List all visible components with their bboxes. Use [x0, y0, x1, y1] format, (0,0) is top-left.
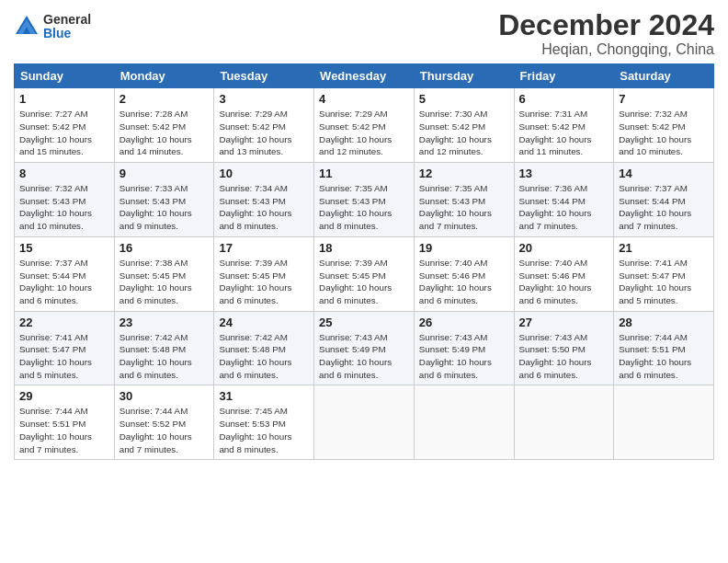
day-info: Sunrise: 7:34 AMSunset: 5:43 PMDaylight:… — [219, 182, 309, 233]
day-number: 9 — [119, 167, 210, 180]
logo-icon — [14, 14, 40, 40]
day-number: 4 — [319, 92, 409, 106]
table-row — [614, 385, 714, 460]
day-info: Sunrise: 7:27 AMSunset: 5:42 PMDaylight:… — [19, 108, 109, 158]
day-number: 20 — [519, 241, 609, 255]
day-info: Sunrise: 7:38 AMSunset: 5:45 PMDaylight:… — [119, 257, 210, 307]
day-number: 27 — [519, 316, 609, 329]
day-info: Sunrise: 7:30 AMSunset: 5:42 PMDaylight:… — [419, 108, 509, 158]
day-number: 17 — [219, 241, 309, 255]
day-info: Sunrise: 7:29 AMSunset: 5:42 PMDaylight:… — [319, 108, 409, 158]
table-row: 16Sunrise: 7:38 AMSunset: 5:45 PMDayligh… — [114, 236, 214, 311]
table-row: 8Sunrise: 7:32 AMSunset: 5:43 PMDaylight… — [15, 163, 115, 237]
table-row: 20Sunrise: 7:40 AMSunset: 5:46 PMDayligh… — [514, 236, 614, 311]
title-block: December 2024 Heqian, Chongqing, China — [498, 9, 714, 58]
logo: General Blue — [14, 13, 91, 41]
day-info: Sunrise: 7:45 AMSunset: 5:53 PMDaylight:… — [219, 405, 309, 455]
day-info: Sunrise: 7:35 AMSunset: 5:43 PMDaylight:… — [319, 182, 409, 233]
header-monday: Monday — [114, 64, 214, 88]
table-row: 2Sunrise: 7:28 AMSunset: 5:42 PMDaylight… — [114, 88, 214, 163]
day-number: 3 — [219, 92, 309, 106]
table-row: 25Sunrise: 7:43 AMSunset: 5:49 PMDayligh… — [314, 311, 415, 385]
day-number: 24 — [219, 316, 309, 329]
month-title: December 2024 — [498, 9, 714, 41]
day-number: 7 — [619, 92, 709, 106]
table-row: 27Sunrise: 7:43 AMSunset: 5:50 PMDayligh… — [514, 311, 614, 385]
day-info: Sunrise: 7:43 AMSunset: 5:50 PMDaylight:… — [519, 331, 609, 382]
day-info: Sunrise: 7:41 AMSunset: 5:47 PMDaylight:… — [19, 331, 109, 382]
header-friday: Friday — [514, 64, 614, 88]
day-info: Sunrise: 7:42 AMSunset: 5:48 PMDaylight:… — [119, 331, 210, 382]
day-info: Sunrise: 7:40 AMSunset: 5:46 PMDaylight:… — [519, 257, 609, 307]
day-number: 16 — [119, 241, 210, 255]
day-info: Sunrise: 7:42 AMSunset: 5:48 PMDaylight:… — [219, 331, 309, 382]
day-number: 14 — [619, 167, 709, 180]
table-row: 30Sunrise: 7:44 AMSunset: 5:52 PMDayligh… — [114, 385, 214, 460]
header-saturday: Saturday — [614, 64, 714, 88]
table-row: 3Sunrise: 7:29 AMSunset: 5:42 PMDaylight… — [214, 88, 314, 163]
table-row — [314, 385, 415, 460]
day-info: Sunrise: 7:35 AMSunset: 5:43 PMDaylight:… — [419, 182, 509, 233]
day-number: 28 — [619, 316, 709, 329]
day-number: 2 — [119, 92, 210, 106]
table-row: 28Sunrise: 7:44 AMSunset: 5:51 PMDayligh… — [614, 311, 714, 385]
day-info: Sunrise: 7:28 AMSunset: 5:42 PMDaylight:… — [119, 108, 210, 158]
day-number: 25 — [319, 316, 409, 329]
day-number: 29 — [19, 389, 109, 403]
day-info: Sunrise: 7:39 AMSunset: 5:45 PMDaylight:… — [219, 257, 309, 307]
table-row: 17Sunrise: 7:39 AMSunset: 5:45 PMDayligh… — [214, 236, 314, 311]
header: General Blue December 2024 Heqian, Chong… — [14, 9, 714, 58]
logo-general-text: General — [43, 13, 91, 27]
table-row: 1Sunrise: 7:27 AMSunset: 5:42 PMDaylight… — [15, 88, 115, 163]
table-row — [414, 385, 514, 460]
table-row: 11Sunrise: 7:35 AMSunset: 5:43 PMDayligh… — [314, 163, 415, 237]
day-info: Sunrise: 7:43 AMSunset: 5:49 PMDaylight:… — [319, 331, 409, 382]
day-number: 30 — [119, 389, 210, 403]
calendar-header-row: Sunday Monday Tuesday Wednesday Thursday… — [15, 64, 714, 88]
table-row: 19Sunrise: 7:40 AMSunset: 5:46 PMDayligh… — [414, 236, 514, 311]
table-row: 4Sunrise: 7:29 AMSunset: 5:42 PMDaylight… — [314, 88, 415, 163]
table-row: 13Sunrise: 7:36 AMSunset: 5:44 PMDayligh… — [514, 163, 614, 237]
calendar-table: Sunday Monday Tuesday Wednesday Thursday… — [14, 63, 714, 460]
day-info: Sunrise: 7:44 AMSunset: 5:52 PMDaylight:… — [119, 405, 210, 455]
day-info: Sunrise: 7:33 AMSunset: 5:43 PMDaylight:… — [119, 182, 210, 233]
day-info: Sunrise: 7:40 AMSunset: 5:46 PMDaylight:… — [419, 257, 509, 307]
day-info: Sunrise: 7:32 AMSunset: 5:42 PMDaylight:… — [619, 108, 709, 158]
day-number: 10 — [219, 167, 309, 180]
day-number: 31 — [219, 389, 309, 403]
table-row: 6Sunrise: 7:31 AMSunset: 5:42 PMDaylight… — [514, 88, 614, 163]
day-number: 1 — [19, 92, 109, 106]
day-info: Sunrise: 7:31 AMSunset: 5:42 PMDaylight:… — [519, 108, 609, 158]
day-number: 13 — [519, 167, 609, 180]
day-info: Sunrise: 7:43 AMSunset: 5:49 PMDaylight:… — [419, 331, 509, 382]
table-row: 18Sunrise: 7:39 AMSunset: 5:45 PMDayligh… — [314, 236, 415, 311]
table-row: 5Sunrise: 7:30 AMSunset: 5:42 PMDaylight… — [414, 88, 514, 163]
table-row — [514, 385, 614, 460]
day-number: 18 — [319, 241, 409, 255]
header-thursday: Thursday — [414, 64, 514, 88]
day-number: 22 — [19, 316, 109, 329]
table-row: 31Sunrise: 7:45 AMSunset: 5:53 PMDayligh… — [214, 385, 314, 460]
day-info: Sunrise: 7:37 AMSunset: 5:44 PMDaylight:… — [19, 257, 109, 307]
day-info: Sunrise: 7:44 AMSunset: 5:51 PMDaylight:… — [19, 405, 109, 455]
table-row: 12Sunrise: 7:35 AMSunset: 5:43 PMDayligh… — [414, 163, 514, 237]
day-info: Sunrise: 7:44 AMSunset: 5:51 PMDaylight:… — [619, 331, 709, 382]
day-number: 21 — [619, 241, 709, 255]
day-number: 15 — [19, 241, 109, 255]
table-row: 22Sunrise: 7:41 AMSunset: 5:47 PMDayligh… — [15, 311, 115, 385]
table-row: 23Sunrise: 7:42 AMSunset: 5:48 PMDayligh… — [114, 311, 214, 385]
table-row: 9Sunrise: 7:33 AMSunset: 5:43 PMDaylight… — [114, 163, 214, 237]
day-number: 11 — [319, 167, 409, 180]
location: Heqian, Chongqing, China — [498, 41, 714, 58]
table-row: 26Sunrise: 7:43 AMSunset: 5:49 PMDayligh… — [414, 311, 514, 385]
day-number: 8 — [19, 167, 109, 180]
header-wednesday: Wednesday — [314, 64, 415, 88]
header-tuesday: Tuesday — [214, 64, 314, 88]
day-number: 6 — [519, 92, 609, 106]
day-info: Sunrise: 7:29 AMSunset: 5:42 PMDaylight:… — [219, 108, 309, 158]
header-sunday: Sunday — [15, 64, 115, 88]
logo-text: General Blue — [43, 13, 91, 41]
table-row: 14Sunrise: 7:37 AMSunset: 5:44 PMDayligh… — [614, 163, 714, 237]
main-container: General Blue December 2024 Heqian, Chong… — [0, 0, 728, 469]
day-info: Sunrise: 7:37 AMSunset: 5:44 PMDaylight:… — [619, 182, 709, 233]
